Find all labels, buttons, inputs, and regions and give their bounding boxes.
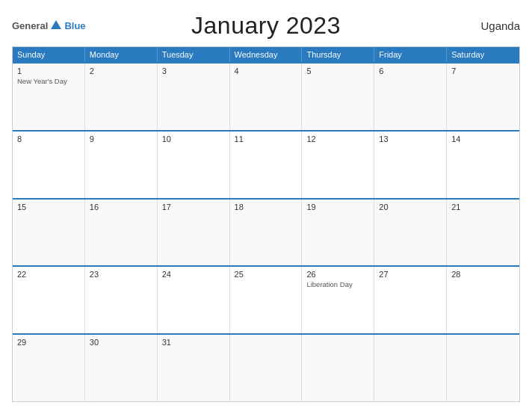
- header-tuesday: Tuesday: [158, 47, 230, 62]
- day-number: 25: [235, 270, 297, 279]
- day-number: 24: [162, 270, 225, 279]
- day-number: 14: [451, 135, 515, 143]
- day-number: 22: [17, 270, 80, 279]
- day-number: 27: [379, 270, 442, 279]
- calendar-cell: 6: [374, 64, 447, 130]
- calendar-grid: Sunday Monday Tuesday Wednesday Thursday…: [12, 46, 520, 402]
- logo-general: General: [12, 20, 48, 31]
- day-number: 23: [90, 270, 152, 279]
- day-number: 21: [451, 203, 515, 211]
- country-label: Uganda: [480, 19, 520, 32]
- calendar-cell: 17: [158, 200, 230, 266]
- logo-blue: Blue: [64, 20, 85, 31]
- calendar-cell: 4: [230, 64, 303, 130]
- calendar-cell: 20: [374, 200, 447, 266]
- calendar-cell: [374, 335, 447, 401]
- day-number: 7: [451, 67, 515, 75]
- day-number: 4: [235, 67, 297, 75]
- event-label: New Year's Day: [17, 77, 80, 85]
- calendar-cell: 7: [447, 64, 519, 130]
- day-number: 16: [90, 203, 152, 211]
- calendar-cell: 12: [302, 132, 374, 198]
- svg-marker-0: [51, 20, 61, 29]
- calendar-cell: 2: [85, 64, 158, 130]
- calendar-cell: 5: [302, 64, 374, 130]
- header-wednesday: Wednesday: [230, 47, 303, 62]
- day-number: 5: [306, 67, 369, 75]
- page-header: General Blue January 2023 Uganda: [12, 9, 520, 42]
- calendar-cell: 19: [302, 200, 374, 266]
- header-thursday: Thursday: [302, 47, 374, 62]
- calendar-cell: 27: [374, 267, 447, 333]
- calendar-cell: 28: [447, 267, 519, 333]
- day-number: 15: [17, 203, 80, 211]
- calendar-cell: 25: [230, 267, 303, 333]
- calendar-page: General Blue January 2023 Uganda Sunday …: [0, 0, 532, 411]
- calendar-cell: 24: [158, 267, 230, 333]
- header-monday: Monday: [85, 47, 158, 62]
- day-number: 31: [162, 338, 225, 347]
- header-sunday: Sunday: [13, 47, 85, 62]
- calendar-cell: 23: [85, 267, 158, 333]
- day-number: 2: [90, 67, 152, 75]
- calendar-cell: 11: [230, 132, 303, 198]
- calendar-cell: [447, 335, 519, 401]
- calendar-cell: 31: [158, 335, 230, 401]
- header-friday: Friday: [374, 47, 447, 62]
- calendar-cell: [230, 335, 303, 401]
- calendar-cell: 9: [85, 132, 158, 198]
- day-number: 20: [379, 203, 442, 211]
- calendar-cell: 30: [85, 335, 158, 401]
- calendar-body: 1New Year's Day2345678910111213141516171…: [13, 62, 519, 401]
- event-label: Liberation Day: [306, 280, 369, 288]
- calendar-cell: 14: [447, 132, 519, 198]
- day-number: 29: [17, 338, 80, 347]
- day-number: 1: [17, 67, 80, 75]
- calendar-cell: 16: [85, 200, 158, 266]
- calendar-cell: 15: [13, 200, 85, 266]
- calendar-week-3: 15161718192021: [13, 198, 519, 266]
- day-number: 17: [162, 203, 225, 211]
- logo: General Blue: [12, 19, 86, 32]
- day-number: 12: [306, 135, 369, 143]
- calendar-cell: 26Liberation Day: [302, 267, 374, 333]
- calendar-cell: 22: [13, 267, 85, 333]
- calendar-header-row: Sunday Monday Tuesday Wednesday Thursday…: [13, 47, 519, 62]
- day-number: 30: [90, 338, 152, 347]
- day-number: 8: [17, 135, 80, 143]
- calendar-cell: 13: [374, 132, 447, 198]
- calendar-cell: 10: [158, 132, 230, 198]
- header-saturday: Saturday: [447, 47, 519, 62]
- day-number: 6: [379, 67, 442, 75]
- day-number: 9: [90, 135, 152, 143]
- logo-icon: [49, 19, 63, 32]
- calendar-cell: 1New Year's Day: [13, 64, 85, 130]
- calendar-week-1: 1New Year's Day234567: [13, 62, 519, 130]
- calendar-cell: 8: [13, 132, 85, 198]
- calendar-cell: [302, 335, 374, 401]
- calendar-cell: 21: [447, 200, 519, 266]
- calendar-cell: 18: [230, 200, 303, 266]
- calendar-cell: 29: [13, 335, 85, 401]
- month-title: January 2023: [191, 12, 341, 40]
- day-number: 18: [235, 203, 297, 211]
- day-number: 11: [235, 135, 297, 143]
- day-number: 3: [162, 67, 225, 75]
- day-number: 26: [306, 270, 369, 279]
- calendar-week-2: 891011121314: [13, 130, 519, 198]
- day-number: 28: [451, 270, 515, 279]
- calendar-week-5: 293031: [13, 333, 519, 401]
- day-number: 13: [379, 135, 442, 143]
- day-number: 10: [162, 135, 225, 143]
- day-number: 19: [306, 203, 369, 211]
- calendar-week-4: 2223242526Liberation Day2728: [13, 265, 519, 333]
- calendar-cell: 3: [158, 64, 230, 130]
